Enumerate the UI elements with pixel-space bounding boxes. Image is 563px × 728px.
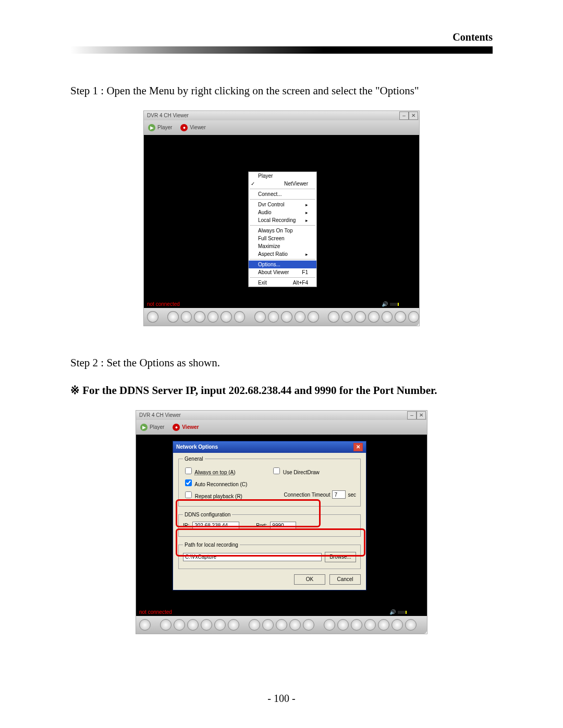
- ctrl-button[interactable]: [382, 311, 393, 323]
- ctrl-button[interactable]: [181, 311, 192, 323]
- use-directdraw-checkbox[interactable]: Use DirectDraw: [271, 470, 320, 475]
- conn-timeout-unit: sec: [348, 492, 356, 498]
- ctrl-button[interactable]: [174, 619, 185, 631]
- context-menu: Player NetViewer Connect... Dvr Control …: [248, 171, 317, 287]
- ctrl-button[interactable]: [194, 311, 205, 323]
- ctrl-button[interactable]: [234, 311, 246, 323]
- conn-timeout-input[interactable]: [332, 490, 346, 499]
- ctrl-button[interactable]: [341, 311, 353, 323]
- port-input[interactable]: [270, 522, 296, 530]
- browse-button[interactable]: Browse...: [325, 552, 356, 562]
- tab-bar: ▶ Player ● Viewer: [136, 420, 427, 435]
- ctrl-button[interactable]: [408, 311, 420, 323]
- status-text: not connected: [139, 609, 172, 615]
- step1-text: Step 1 : Open the Menu by right clicking…: [70, 83, 493, 100]
- port-label: Port:: [256, 523, 267, 528]
- menu-player[interactable]: Player: [249, 172, 316, 180]
- ctrl-button[interactable]: [308, 311, 319, 323]
- tab-player[interactable]: ▶ Player: [148, 124, 172, 131]
- ctrl-button[interactable]: [281, 311, 292, 323]
- status-bar: not connected 🔊: [136, 609, 427, 616]
- ctrl-button[interactable]: [167, 311, 179, 323]
- ctrl-button[interactable]: [147, 311, 158, 323]
- speaker-icon: 🔊: [382, 301, 419, 307]
- dialog-close-button[interactable]: ✕: [353, 443, 363, 451]
- repeat-playback-checkbox[interactable]: Repeat playback (R): [183, 493, 242, 499]
- tab-player[interactable]: ▶ Player: [140, 424, 164, 431]
- always-on-top-checkbox[interactable]: Always on top (A): [183, 470, 236, 475]
- control-bar: [144, 308, 419, 326]
- ctrl-button[interactable]: [160, 619, 172, 631]
- ctrl-button[interactable]: [351, 619, 362, 631]
- ctrl-button[interactable]: [187, 619, 199, 631]
- ctrl-button[interactable]: [139, 619, 151, 631]
- menu-options[interactable]: Options...: [249, 261, 316, 268]
- cancel-button[interactable]: Cancel: [329, 574, 361, 585]
- ctrl-button[interactable]: [254, 311, 266, 323]
- dialog-titlebar: Network Options ✕: [173, 441, 366, 453]
- ctrl-button[interactable]: [207, 311, 219, 323]
- menu-about[interactable]: About ViewerF1: [249, 268, 316, 276]
- close-button[interactable]: ✕: [409, 112, 418, 120]
- menu-exit[interactable]: ExitAlt+F4: [249, 279, 316, 287]
- ctrl-button[interactable]: [354, 311, 366, 323]
- ctrl-button[interactable]: [368, 311, 380, 323]
- page-number: - 100 -: [0, 693, 563, 705]
- screenshot-1: DVR 4 CH Viewer – ✕ ▶ Player ● Viewer P: [144, 111, 419, 326]
- ctrl-button[interactable]: [262, 619, 274, 631]
- path-input[interactable]: [183, 553, 322, 561]
- ctrl-button[interactable]: [249, 619, 260, 631]
- group-path-legend: Path for local recording: [183, 542, 240, 548]
- ctrl-button[interactable]: [214, 619, 226, 631]
- ctrl-button[interactable]: [221, 311, 232, 323]
- ctrl-button[interactable]: [391, 619, 403, 631]
- screenshot-2: DVR 4 CH Viewer – ✕ ▶ Player ● Viewer: [136, 411, 427, 634]
- minimize-button[interactable]: –: [407, 411, 417, 419]
- record-icon: ●: [180, 124, 188, 131]
- ctrl-button[interactable]: [276, 619, 287, 631]
- menu-localrecording[interactable]: Local Recording: [249, 216, 316, 224]
- volume-slider[interactable]: [390, 303, 416, 306]
- tab-bar: ▶ Player ● Viewer: [144, 120, 419, 135]
- ctrl-button[interactable]: [303, 619, 314, 631]
- header-rule: [70, 46, 493, 54]
- group-ddns-legend: DDNS configuration: [183, 512, 232, 517]
- ctrl-button[interactable]: [378, 619, 389, 631]
- window-titlebar: DVR 4 CH Viewer – ✕: [136, 411, 427, 420]
- menu-dvrcontrol[interactable]: Dvr Control: [249, 201, 316, 208]
- minimize-button[interactable]: –: [399, 112, 409, 120]
- menu-maximize[interactable]: Maximize: [249, 242, 316, 250]
- ctrl-button[interactable]: [268, 311, 279, 323]
- ctrl-button[interactable]: [405, 619, 417, 631]
- menu-audio[interactable]: Audio: [249, 208, 316, 216]
- ip-input[interactable]: [192, 522, 239, 530]
- tab-viewer-label: Viewer: [182, 424, 199, 430]
- menu-alwaysontop[interactable]: Always On Top: [249, 227, 316, 235]
- ctrl-button[interactable]: [289, 619, 301, 631]
- ctrl-button[interactable]: [295, 311, 306, 323]
- menu-connect[interactable]: Connect...: [249, 190, 316, 198]
- ok-button[interactable]: OK: [294, 574, 325, 585]
- tab-viewer[interactable]: ● Viewer: [180, 124, 205, 131]
- record-icon: ●: [173, 424, 180, 431]
- auto-reconnect-checkbox[interactable]: Auto Reconnection (C): [183, 482, 247, 487]
- volume-slider[interactable]: [398, 611, 424, 614]
- conn-timeout-label: Connection Timeout: [284, 492, 330, 498]
- ctrl-button[interactable]: [364, 619, 376, 631]
- tab-viewer-label: Viewer: [190, 125, 205, 130]
- ctrl-button[interactable]: [328, 311, 339, 323]
- menu-aspectratio[interactable]: Aspect Ratio: [249, 250, 316, 258]
- ctrl-button[interactable]: [324, 619, 335, 631]
- ctrl-button[interactable]: [228, 619, 239, 631]
- video-viewport: Network Options ✕ General Always on top …: [136, 435, 427, 609]
- play-icon: ▶: [148, 124, 155, 131]
- menu-netviewer[interactable]: NetViewer: [249, 180, 316, 188]
- menu-fullscreen[interactable]: Full Screen: [249, 235, 316, 242]
- tab-viewer[interactable]: ● Viewer: [173, 424, 199, 431]
- speaker-icon: 🔊: [389, 609, 427, 615]
- ctrl-button[interactable]: [201, 619, 212, 631]
- ctrl-button[interactable]: [337, 619, 349, 631]
- close-button[interactable]: ✕: [417, 411, 426, 419]
- video-viewport[interactable]: Player NetViewer Connect... Dvr Control …: [144, 135, 419, 301]
- ctrl-button[interactable]: [395, 311, 406, 323]
